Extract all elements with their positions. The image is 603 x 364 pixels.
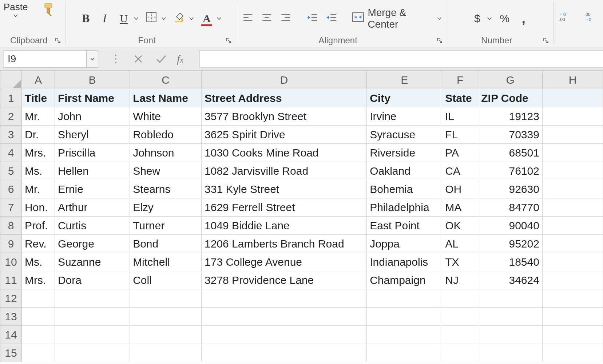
cell[interactable]: Sheryl: [55, 126, 130, 144]
cell[interactable]: [442, 344, 478, 362]
font-color-dropdown[interactable]: [215, 11, 223, 27]
cell[interactable]: Ernie: [55, 180, 130, 198]
align-right-button[interactable]: [278, 11, 294, 27]
cell[interactable]: Mrs.: [22, 144, 55, 162]
cell[interactable]: [22, 308, 55, 326]
name-box[interactable]: I9: [4, 50, 98, 68]
cell[interactable]: Riverside: [367, 144, 442, 162]
format-painter-icon[interactable]: [42, 1, 58, 17]
row-header[interactable]: 4: [0, 144, 22, 162]
currency-dropdown[interactable]: [485, 11, 494, 27]
cell[interactable]: Johnson: [130, 144, 202, 162]
cell[interactable]: 3625 Spirit Drive: [202, 126, 367, 144]
row-header[interactable]: 9: [0, 235, 22, 253]
cell[interactable]: 1030 Cooks Mine Road: [202, 144, 367, 162]
cell[interactable]: [202, 289, 367, 308]
cell[interactable]: Robledo: [130, 126, 202, 144]
cell[interactable]: 18540: [478, 253, 543, 271]
cell[interactable]: Priscilla: [55, 144, 130, 162]
decrease-indent-button[interactable]: [305, 11, 321, 27]
cell[interactable]: 68501: [478, 144, 543, 162]
cell[interactable]: [130, 344, 202, 362]
clipboard-launcher[interactable]: [54, 37, 62, 44]
row-header[interactable]: 13: [0, 308, 22, 326]
cell[interactable]: Ms.: [22, 253, 55, 271]
cell[interactable]: FL: [442, 126, 478, 144]
column-header-G[interactable]: G: [478, 71, 543, 89]
cell[interactable]: [542, 162, 603, 180]
cell[interactable]: MA: [442, 198, 478, 217]
cell[interactable]: [55, 308, 130, 326]
row-header[interactable]: 15: [0, 344, 22, 362]
merge-center-button[interactable]: Merge & Center: [350, 11, 432, 27]
cell[interactable]: 1082 Jarvisville Road: [202, 162, 367, 180]
row-header[interactable]: 7: [0, 198, 22, 217]
row-header[interactable]: 1: [0, 89, 22, 107]
cell[interactable]: Suzanne: [55, 253, 130, 271]
row-header[interactable]: 2: [0, 107, 22, 126]
column-header-H[interactable]: H: [542, 71, 603, 89]
row-header[interactable]: 5: [0, 162, 22, 180]
name-box-dropdown[interactable]: [86, 51, 98, 67]
borders-dropdown[interactable]: [159, 11, 168, 27]
row-header[interactable]: 8: [0, 217, 22, 235]
cell[interactable]: City: [367, 89, 442, 107]
cell[interactable]: Arthur: [55, 198, 130, 217]
cell[interactable]: [478, 289, 543, 308]
cell[interactable]: [55, 289, 130, 308]
cell[interactable]: 19123: [478, 107, 543, 126]
cell[interactable]: [542, 107, 603, 126]
row-header[interactable]: 3: [0, 126, 22, 144]
increase-indent-button[interactable]: [324, 11, 340, 27]
cell[interactable]: Syracuse: [367, 126, 442, 144]
decrease-decimal-button[interactable]: .00 →0: [583, 11, 599, 27]
cell[interactable]: [22, 289, 55, 308]
row-header[interactable]: 11: [0, 271, 22, 289]
cell[interactable]: Mr.: [22, 107, 55, 126]
cell[interactable]: [130, 308, 202, 326]
cell[interactable]: Stearns: [130, 180, 202, 198]
cell[interactable]: IL: [442, 107, 478, 126]
formula-input[interactable]: [199, 50, 603, 68]
cell[interactable]: Indianapolis: [367, 253, 442, 271]
cell[interactable]: 1629 Ferrell Street: [202, 198, 367, 217]
font-launcher[interactable]: [225, 37, 232, 44]
cell[interactable]: State: [442, 89, 478, 107]
cell[interactable]: 34624: [478, 271, 543, 289]
cell[interactable]: East Point: [367, 217, 442, 235]
cell[interactable]: Shew: [130, 162, 202, 180]
cell[interactable]: White: [130, 107, 202, 126]
cell[interactable]: [202, 344, 367, 362]
fill-color-dropdown[interactable]: [187, 11, 196, 27]
cell[interactable]: CA: [442, 162, 478, 180]
cell[interactable]: Bohemia: [367, 180, 442, 198]
cell[interactable]: Elzy: [130, 198, 202, 217]
merge-center-dropdown[interactable]: [435, 11, 443, 27]
cell[interactable]: Rev.: [22, 235, 55, 253]
cell[interactable]: [542, 308, 603, 326]
cell[interactable]: 1049 Biddie Lane: [202, 217, 367, 235]
cell[interactable]: [367, 308, 442, 326]
column-header-C[interactable]: C: [130, 71, 202, 89]
cell[interactable]: [367, 326, 442, 344]
cell[interactable]: [478, 308, 543, 326]
cell[interactable]: [542, 198, 603, 217]
cell[interactable]: [542, 180, 603, 198]
cell[interactable]: [478, 344, 543, 362]
cell[interactable]: Street Address: [202, 89, 367, 107]
cell[interactable]: [542, 235, 603, 253]
percent-button[interactable]: %: [497, 11, 513, 27]
number-launcher[interactable]: [542, 37, 550, 44]
increase-decimal-button[interactable]: ←0 .00: [557, 11, 574, 27]
cell[interactable]: 92630: [478, 180, 543, 198]
align-center-button[interactable]: [259, 11, 275, 27]
column-header-E[interactable]: E: [367, 71, 442, 89]
fx-icon[interactable]: fx: [177, 53, 183, 65]
select-all-corner[interactable]: [0, 71, 22, 89]
cell[interactable]: 95202: [478, 235, 543, 253]
cell[interactable]: 3577 Brooklyn Street: [202, 107, 367, 126]
column-header-F[interactable]: F: [442, 71, 478, 89]
cell[interactable]: Philadelphia: [367, 198, 442, 217]
cell[interactable]: Last Name: [130, 89, 202, 107]
cell[interactable]: [130, 326, 202, 344]
